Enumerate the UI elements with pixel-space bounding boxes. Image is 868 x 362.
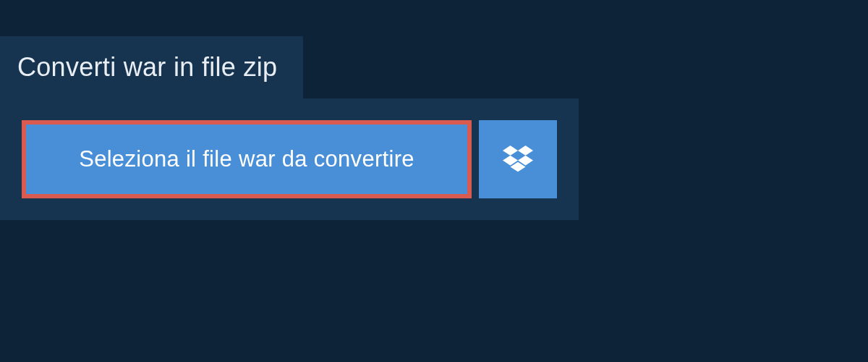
page-title: Converti war in file zip	[17, 52, 277, 83]
dropbox-icon	[503, 146, 533, 173]
header-tab: Converti war in file zip	[0, 36, 303, 98]
dropbox-button[interactable]	[479, 120, 557, 198]
file-select-panel: Seleziona il file war da convertire	[0, 98, 579, 220]
select-file-button[interactable]: Seleziona il file war da convertire	[22, 120, 472, 198]
